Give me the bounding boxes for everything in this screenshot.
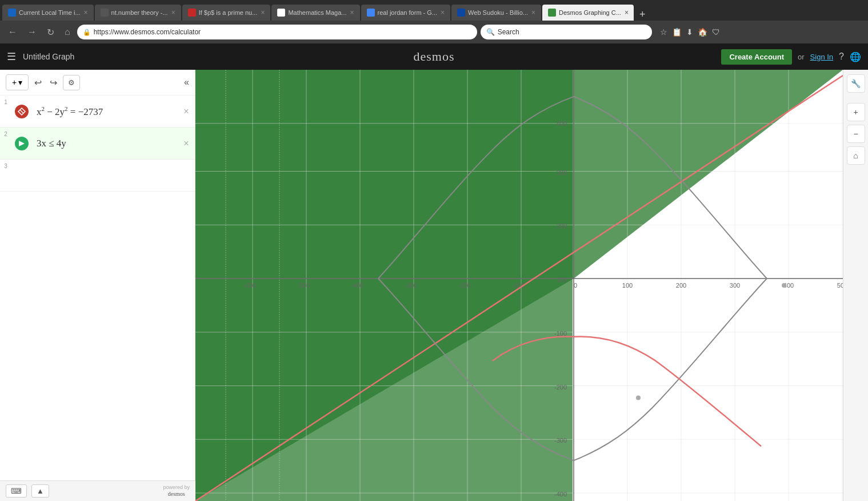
sign-in-link[interactable]: Sign In	[810, 53, 833, 61]
tab-3-close[interactable]: ×	[261, 9, 265, 17]
expression-item-3[interactable]: 3	[0, 160, 195, 192]
svg-text:-200: -200	[458, 282, 471, 289]
expression-list: 1 x2 − 2y2 = −2737	[0, 96, 195, 501]
left-panel: + ▾ ↩ ↪ ⚙ « 1	[0, 70, 195, 501]
add-expression-button[interactable]: + ▾	[6, 74, 29, 90]
svg-text:-600: -600	[243, 282, 256, 289]
powered-by-text: powered by	[163, 484, 190, 491]
expr-1-close-button[interactable]: ×	[178, 96, 195, 127]
svg-text:300: 300	[730, 282, 740, 289]
tab-7-favicon	[548, 9, 556, 17]
search-input[interactable]: Search	[498, 28, 519, 36]
zoom-in-button[interactable]: +	[847, 103, 865, 121]
tab-5[interactable]: real jordan form - G... ×	[361, 5, 451, 21]
graph-area[interactable]: -600 -500 -400 -300 -200 -100 0 100 200 …	[195, 70, 843, 501]
tab-7[interactable]: Desmos Graphing C... ×	[542, 5, 634, 21]
browser-chrome: Current Local Time i... × nt.number theo…	[0, 0, 868, 43]
url-bar[interactable]: 🔒 https://www.desmos.com/calculator	[77, 25, 477, 39]
svg-point-51	[782, 283, 786, 288]
tab-4-close[interactable]: ×	[350, 9, 354, 17]
svg-line-0	[20, 110, 23, 113]
tab-7-close[interactable]: ×	[625, 9, 629, 17]
back-button[interactable]: ←	[5, 25, 21, 39]
zoom-out-button[interactable]: −	[847, 125, 865, 143]
shield-icon[interactable]: 🛡	[712, 27, 720, 37]
main-content: + ▾ ↩ ↪ ⚙ « 1	[0, 70, 868, 501]
tab-3-favicon	[188, 9, 196, 17]
svg-text:500: 500	[837, 282, 843, 289]
plus-icon: +	[12, 78, 17, 87]
expression-item-2[interactable]: 2 3x ≤ 4y ×	[0, 128, 195, 160]
svg-text:-100: -100	[554, 330, 567, 337]
expr-2-icon-area	[11, 128, 32, 159]
powered-by: powered by desmos	[163, 484, 190, 498]
expr-1-icon-area	[11, 96, 32, 127]
tab-5-favicon	[367, 9, 375, 17]
tab-1[interactable]: Current Local Time i... ×	[2, 5, 94, 21]
tab-6-close[interactable]: ×	[531, 9, 535, 17]
add-chevron-icon: ▾	[18, 78, 22, 87]
desmos-app: ☰ Untitled Graph desmos Create Account o…	[0, 43, 868, 501]
svg-text:100: 100	[622, 282, 633, 289]
tab-4[interactable]: Mathematics Maga... ×	[271, 5, 359, 21]
tab-1-close[interactable]: ×	[84, 9, 88, 17]
tab-1-label: Current Local Time i...	[19, 9, 81, 16]
right-sidebar: 🔧 + − ⌂	[843, 70, 868, 501]
or-text: or	[798, 53, 805, 61]
svg-text:-300: -300	[405, 282, 417, 289]
tab-3[interactable]: If $p$ is a prime nu... ×	[182, 5, 271, 21]
home-button[interactable]: ⌂	[61, 25, 74, 39]
url-text: https://www.desmos.com/calculator	[94, 28, 201, 36]
expr-2-close-button[interactable]: ×	[178, 128, 195, 159]
expr-3-number: 3	[0, 160, 11, 191]
address-bar: ← → ↻ ⌂ 🔒 https://www.desmos.com/calcula…	[0, 21, 868, 43]
expression-item-1[interactable]: 1 x2 − 2y2 = −2737	[0, 96, 195, 128]
bookmark-pages-icon[interactable]: 📋	[672, 27, 682, 37]
expr-1-icon	[15, 105, 29, 118]
download-icon[interactable]: ⬇	[686, 27, 693, 37]
tab-2-close[interactable]: ×	[171, 9, 175, 17]
expr-1-number: 1	[0, 96, 11, 127]
collapse-panel-button[interactable]: «	[184, 77, 189, 88]
settings-button[interactable]: ⚙	[63, 75, 80, 90]
tab-6-label: Web Sudoku - Billio...	[468, 9, 528, 16]
search-bar[interactable]: 🔍 Search	[481, 25, 652, 39]
bookmark-star-icon[interactable]: ☆	[660, 27, 667, 37]
desmos-logo: desmos	[414, 49, 455, 64]
expr-2-content[interactable]: 3x ≤ 4y	[32, 128, 178, 159]
tab-5-close[interactable]: ×	[441, 9, 445, 17]
reload-button[interactable]: ↻	[43, 25, 58, 40]
zoom-fit-button[interactable]: ⌂	[847, 146, 865, 165]
header-right: Create Account or Sign In ? 🌐	[721, 49, 861, 65]
expr-3-icon-area	[11, 160, 32, 191]
tab-6-favicon	[457, 9, 465, 17]
help-icon[interactable]: ?	[839, 51, 844, 62]
new-tab-button[interactable]: +	[635, 9, 650, 21]
expression-toolbar: + ▾ ↩ ↪ ⚙ «	[0, 70, 195, 96]
search-icon: 🔍	[486, 28, 495, 36]
keyboard-expand-button[interactable]: ▲	[31, 484, 49, 498]
browser-home-icon[interactable]: 🏠	[698, 27, 707, 37]
create-account-button[interactable]: Create Account	[721, 49, 792, 65]
svg-text:0: 0	[574, 282, 577, 289]
forward-button[interactable]: →	[24, 25, 40, 39]
graph-title[interactable]: Untitled Graph	[23, 52, 74, 61]
desmos-header: ☰ Untitled Graph desmos Create Account o…	[0, 43, 868, 70]
expr-3-content[interactable]	[32, 160, 195, 191]
expr-1-content[interactable]: x2 − 2y2 = −2737	[32, 96, 178, 127]
svg-text:-400: -400	[351, 282, 363, 289]
expr-2-number: 2	[0, 128, 11, 159]
globe-icon[interactable]: 🌐	[850, 51, 861, 62]
minus-zoom-icon: −	[853, 129, 858, 138]
wrench-button[interactable]: 🔧	[847, 74, 865, 93]
undo-button[interactable]: ↩	[32, 75, 44, 90]
hamburger-menu-button[interactable]: ☰	[7, 50, 16, 63]
redo-button[interactable]: ↪	[47, 75, 59, 90]
keyboard-toggle-button[interactable]: ⌨	[6, 484, 27, 498]
tab-5-label: real jordan form - G...	[378, 9, 438, 16]
tab-6[interactable]: Web Sudoku - Billio... ×	[451, 5, 541, 21]
svg-text:-400: -400	[554, 491, 567, 498]
tab-2[interactable]: nt.number theory -... ×	[95, 5, 181, 21]
expr-2-icon	[15, 137, 29, 150]
svg-text:200: 200	[557, 222, 567, 229]
